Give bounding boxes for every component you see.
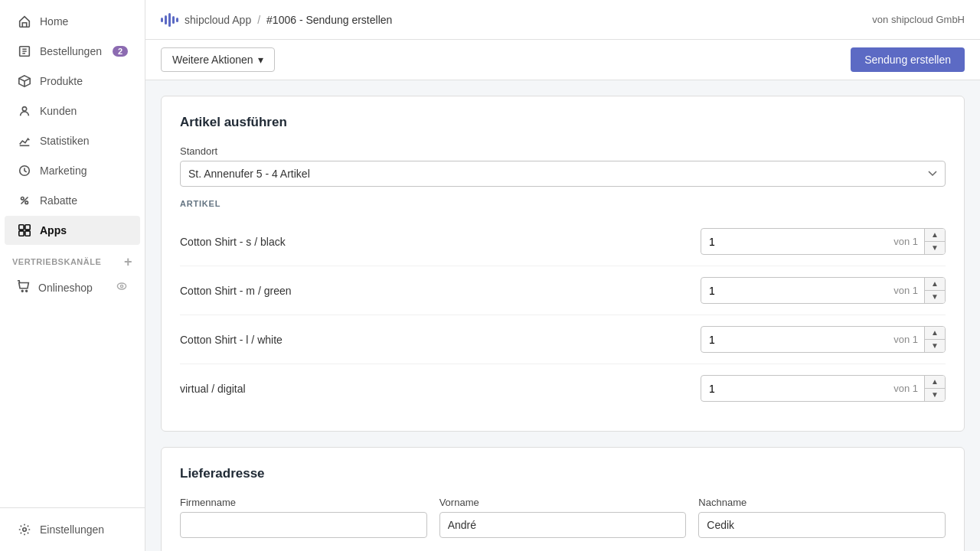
nachname-label: Nachname: [698, 497, 946, 508]
sidebar-item-apps[interactable]: Apps: [5, 216, 140, 245]
sidebar-item-rabatte-label: Rabatte: [40, 194, 77, 207]
artikel-card-title: Artikel ausführen: [180, 115, 946, 130]
article-name: Cotton Shirt - l / white: [180, 334, 283, 346]
topbar: shipcloud App / #1006 - Sendung erstelle…: [145, 0, 980, 40]
svg-rect-8: [25, 231, 30, 236]
qty-down-button[interactable]: ▼: [925, 340, 945, 352]
qty-spinners: ▲ ▼: [924, 278, 945, 303]
qty-input[interactable]: [701, 378, 887, 399]
sidebar-item-bestellungen-label: Bestellungen: [40, 45, 102, 57]
standort-select[interactable]: St. Annenufer 5 - 4 Artikel: [180, 161, 946, 187]
sidebar-bottom: Einstellungen: [0, 507, 145, 551]
sendung-erstellen-button[interactable]: Sendung erstellen: [851, 47, 965, 72]
sidebar-item-produkte[interactable]: Produkte: [5, 67, 140, 96]
vorname-label: Vorname: [439, 497, 687, 508]
svg-point-3: [21, 197, 24, 201]
qty-input[interactable]: [701, 329, 887, 350]
sidebar-item-home-label: Home: [40, 15, 68, 28]
qty-spinners: ▲ ▼: [924, 376, 945, 401]
sidebar-item-rabatte[interactable]: Rabatte: [5, 186, 140, 215]
sidebar-item-kunden[interactable]: Kunden: [5, 96, 140, 126]
products-icon: [17, 73, 32, 89]
bestellungen-badge: 2: [113, 46, 128, 57]
article-list: Cotton Shirt - s / black von 1 ▲ ▼ Cotto…: [180, 217, 946, 412]
page-title: #1006 - Sendung erstellen: [266, 14, 392, 26]
sidebar: Home Bestellungen 2 Produkte: [0, 0, 145, 551]
svg-rect-7: [19, 231, 24, 236]
standort-group: Standort St. Annenufer 5 - 4 Artikel: [180, 145, 946, 187]
app-icon: [161, 13, 178, 27]
firmenname-label: Firmenname: [180, 497, 427, 508]
main-content: shipcloud App / #1006 - Sendung erstelle…: [145, 0, 980, 551]
home-icon: [17, 14, 32, 29]
address-row-1: Firmenname Vorname Nachname: [180, 497, 946, 550]
svg-rect-6: [25, 225, 30, 230]
sidebar-item-home[interactable]: Home: [5, 7, 140, 36]
article-row: Cotton Shirt - l / white von 1 ▲ ▼: [180, 315, 946, 364]
nachname-input[interactable]: [698, 512, 946, 538]
eye-icon[interactable]: [116, 280, 128, 295]
customers-icon: [17, 103, 32, 119]
company-label: von shipcloud GmbH: [872, 14, 965, 25]
svg-rect-5: [19, 225, 24, 230]
qty-spinners: ▲ ▼: [924, 327, 945, 352]
firmenname-input[interactable]: [180, 512, 427, 538]
article-row: Cotton Shirt - m / green von 1 ▲ ▼: [180, 266, 946, 315]
firmenname-group: Firmenname: [180, 497, 427, 538]
weitere-aktionen-button[interactable]: Weitere Aktionen ▾: [161, 47, 275, 72]
svg-point-13: [23, 528, 27, 532]
content-area: Artikel ausführen Standort St. Annenufer…: [145, 80, 980, 551]
qty-von: von 1: [887, 285, 924, 296]
qty-up-button[interactable]: ▲: [925, 376, 945, 389]
app-name: shipcloud App: [185, 14, 251, 26]
article-name: Cotton Shirt - m / green: [180, 285, 292, 297]
lieferadresse-card: Lieferadresse Firmenname Vorname Nachnam…: [161, 447, 965, 551]
onlineshop-icon: [17, 279, 31, 295]
artikel-section-title: ARTIKEL: [180, 199, 946, 208]
toolbar: Weitere Aktionen ▾ Sendung erstellen: [145, 40, 980, 80]
add-vertriebskanal-icon[interactable]: +: [124, 255, 132, 269]
orders-icon: [17, 44, 32, 59]
article-row: virtual / digital von 1 ▲ ▼: [180, 364, 946, 412]
onlineshop-label: Onlineshop: [38, 282, 93, 294]
settings-icon: [17, 522, 32, 537]
qty-control: von 1 ▲ ▼: [701, 326, 946, 353]
apps-icon: [17, 223, 32, 238]
marketing-icon: [17, 163, 32, 178]
sidebar-item-statistiken-label: Statistiken: [40, 135, 90, 147]
qty-up-button[interactable]: ▲: [925, 278, 945, 291]
qty-input[interactable]: [701, 231, 887, 253]
vorname-input[interactable]: [439, 512, 687, 538]
nachname-group: Nachname: [698, 497, 946, 538]
dropdown-arrow-icon: ▾: [258, 54, 263, 66]
article-row: Cotton Shirt - s / black von 1 ▲ ▼: [180, 217, 946, 266]
qty-von: von 1: [887, 334, 924, 345]
qty-up-button[interactable]: ▲: [925, 327, 945, 340]
svg-point-10: [26, 290, 28, 292]
svg-point-9: [21, 290, 23, 292]
sidebar-item-bestellungen[interactable]: Bestellungen 2: [5, 37, 140, 66]
svg-point-1: [22, 107, 26, 111]
sidebar-item-apps-label: Apps: [40, 224, 67, 236]
sidebar-item-marketing[interactable]: Marketing: [5, 156, 140, 185]
qty-down-button[interactable]: ▼: [925, 242, 945, 254]
vorname-group: Vorname: [439, 497, 687, 538]
vertriebskanaele-section: VERTRIEBSKANÄLE +: [0, 246, 145, 272]
sidebar-item-onlineshop[interactable]: Onlineshop: [5, 272, 140, 302]
qty-von: von 1: [887, 236, 924, 247]
qty-up-button[interactable]: ▲: [925, 229, 945, 242]
qty-von: von 1: [887, 383, 924, 394]
sidebar-item-einstellungen[interactable]: Einstellungen: [5, 515, 140, 544]
breadcrumb-separator: /: [257, 14, 260, 26]
qty-control: von 1 ▲ ▼: [701, 277, 946, 304]
topbar-right: von shipcloud GmbH: [872, 14, 965, 25]
qty-down-button[interactable]: ▼: [925, 291, 945, 303]
qty-control: von 1 ▲ ▼: [701, 375, 946, 402]
sidebar-item-statistiken[interactable]: Statistiken: [5, 126, 140, 155]
statistics-icon: [17, 133, 32, 148]
sidebar-item-marketing-label: Marketing: [40, 165, 87, 177]
qty-down-button[interactable]: ▼: [925, 389, 945, 401]
qty-input[interactable]: [701, 280, 887, 302]
discounts-icon: [17, 193, 32, 208]
svg-point-12: [120, 285, 122, 287]
